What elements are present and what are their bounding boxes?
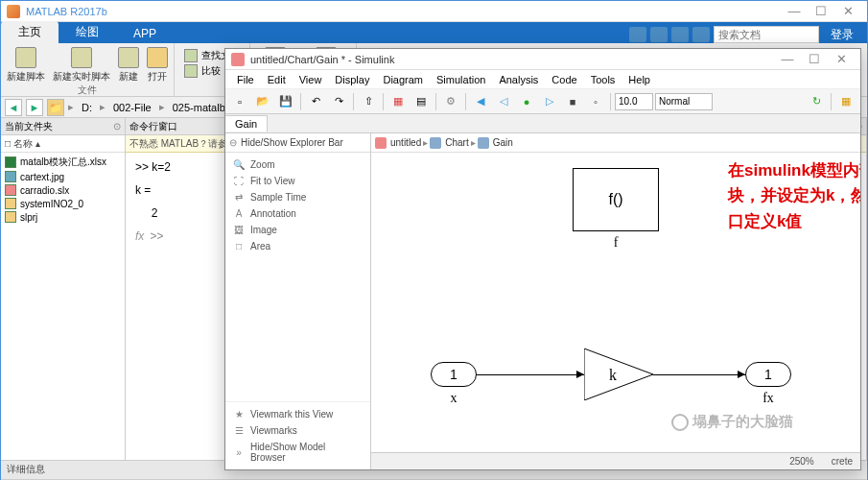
gain-block[interactable] — [584, 348, 653, 402]
matlab-logo-icon — [7, 5, 20, 18]
explorer-item[interactable]: ⇄Sample Time — [225, 189, 370, 205]
menu-file[interactable]: File — [231, 72, 260, 87]
explorer-item-label: Hide/Show Model Browser — [250, 442, 363, 463]
fx-icon[interactable]: fx — [135, 229, 144, 243]
signal-line[interactable] — [477, 374, 584, 375]
menu-tools[interactable]: Tools — [585, 72, 622, 87]
tab-plot[interactable]: 绘图 — [59, 21, 116, 43]
step-back-button[interactable]: ◀ — [470, 92, 491, 111]
file-item[interactable]: slprj — [3, 210, 123, 224]
login-button[interactable]: 登录 — [823, 27, 861, 43]
explorer-bar: ⊖Hide/Show Explorer Bar 🔍Zoom⛶Fit to Vie… — [225, 133, 371, 469]
stop-button[interactable]: ■ — [562, 92, 583, 111]
path-segment[interactable]: 002-File — [109, 102, 155, 113]
menu-code[interactable]: Code — [546, 72, 582, 87]
tab-home[interactable]: 主页 — [1, 21, 59, 43]
up-button[interactable]: ⇧ — [358, 92, 379, 111]
qat-icon[interactable] — [671, 27, 689, 42]
maximize-button[interactable]: ☐ — [801, 52, 828, 66]
explorer-item[interactable]: ⛶Fit to View — [225, 173, 370, 189]
explorer-item-label: Annotation — [250, 208, 296, 219]
explorer-item-label: Viewmarks — [250, 425, 297, 436]
block-label: fx — [745, 391, 791, 406]
library-browser-button[interactable]: ▦ — [387, 92, 409, 111]
collapse-icon[interactable]: ⊖ — [229, 137, 237, 148]
path-segment[interactable]: D: — [78, 102, 96, 113]
ribbon-tabs: 主页 绘图 APP 登录 — [1, 22, 867, 43]
gain-value: k — [609, 367, 617, 384]
explorer-item[interactable]: ★Viewmark this View — [225, 406, 370, 422]
close-button[interactable]: ✕ — [828, 52, 855, 66]
path-up-button[interactable]: 📁 — [47, 99, 64, 116]
simulink-menubar: FileEditViewDisplayDiagramSimulationAnal… — [225, 70, 860, 89]
breadcrumb-segment[interactable]: Gain — [493, 137, 513, 148]
panel-menu-icon[interactable]: ⊙ — [113, 121, 121, 132]
menu-analysis[interactable]: Analysis — [493, 72, 544, 87]
open-button[interactable]: 📂 — [252, 92, 273, 111]
signal-line[interactable] — [653, 374, 745, 375]
file-item[interactable]: matalb模块汇总.xlsx — [3, 155, 123, 170]
file-item[interactable]: systemINO2_0 — [3, 197, 123, 210]
fast-restart-button[interactable]: ↻ — [806, 92, 827, 111]
breadcrumb-segment[interactable]: Chart — [445, 137, 468, 148]
ribbon-group-label: 文件 — [78, 84, 97, 97]
qat-icon[interactable] — [650, 27, 668, 42]
help-icon[interactable] — [692, 27, 710, 42]
step-fwd-button[interactable]: ▷ — [539, 92, 560, 111]
minimize-button[interactable]: — — [774, 52, 801, 66]
model-explorer-button[interactable]: ▤ — [411, 92, 432, 111]
qat-icon[interactable] — [629, 27, 646, 42]
build-button[interactable]: ▦ — [835, 92, 856, 111]
step-back-button[interactable]: ◁ — [493, 92, 514, 111]
function-block[interactable]: f() f — [573, 168, 659, 251]
model-canvas[interactable]: f() f 1 x 1 fx k — [371, 153, 860, 452]
new-button[interactable]: 新建 — [118, 47, 139, 84]
inport-block[interactable]: 1 x — [431, 362, 477, 406]
path-back-button[interactable]: ◄ — [5, 99, 22, 116]
file-item[interactable]: carradio.slx — [3, 183, 123, 197]
path-fwd-button[interactable]: ► — [26, 99, 43, 116]
config-button[interactable]: ⚙ — [440, 92, 461, 111]
block-text: 1 — [764, 367, 772, 382]
file-name: systemINO2_0 — [20, 199, 83, 209]
explorer-item[interactable]: □Area — [225, 238, 370, 254]
zoom-level[interactable]: 250% — [789, 456, 814, 467]
simulink-titlebar: untitled/Chart/Gain * - Simulink — ☐ ✕ — [225, 49, 860, 70]
explorer-item[interactable]: ☰Viewmarks — [225, 422, 370, 439]
menu-display[interactable]: Display — [329, 72, 375, 87]
menu-diagram[interactable]: Diagram — [377, 72, 429, 87]
menu-help[interactable]: Help — [622, 72, 656, 87]
model-tab[interactable]: Gain — [225, 115, 268, 132]
tab-app[interactable]: APP — [116, 24, 174, 43]
breadcrumb-segment[interactable]: untitled — [390, 137, 421, 148]
undo-button[interactable]: ↶ — [305, 92, 326, 111]
file-icon — [5, 198, 16, 209]
run-button[interactable]: ● — [516, 92, 537, 111]
menu-simulation[interactable]: Simulation — [431, 72, 491, 87]
block-text: 1 — [450, 367, 457, 382]
sim-mode-select[interactable] — [655, 93, 713, 110]
redo-button[interactable]: ↷ — [328, 92, 349, 111]
solver-label: crete — [832, 456, 853, 467]
file-item[interactable]: cartext.jpg — [3, 170, 123, 183]
stop-time-input[interactable] — [615, 93, 653, 110]
explorer-item-icon: ⇄ — [233, 192, 245, 203]
outport-block[interactable]: 1 fx — [745, 362, 791, 406]
explorer-item[interactable]: 🔍Zoom — [225, 156, 370, 173]
new-script-button[interactable]: 新建脚本 — [7, 47, 45, 84]
open-button[interactable]: 打开 — [147, 47, 168, 84]
explorer-item[interactable]: »Hide/Show Model Browser — [225, 439, 370, 466]
menu-edit[interactable]: Edit — [262, 72, 292, 87]
menu-view[interactable]: View — [293, 72, 328, 87]
record-button[interactable]: ◦ — [585, 92, 606, 111]
close-button[interactable]: ✕ — [834, 4, 861, 18]
explorer-item-icon: » — [233, 447, 245, 458]
explorer-item[interactable]: AAnnotation — [225, 205, 370, 222]
save-button[interactable]: 💾 — [275, 92, 296, 111]
search-docs-input[interactable] — [714, 26, 819, 43]
explorer-item[interactable]: 🖼Image — [225, 222, 370, 238]
new-livescript-button[interactable]: 新建实时脚本 — [53, 47, 110, 84]
minimize-button[interactable]: — — [781, 4, 808, 18]
maximize-button[interactable]: ☐ — [808, 4, 834, 18]
new-model-button[interactable]: ▫ — [229, 92, 250, 111]
